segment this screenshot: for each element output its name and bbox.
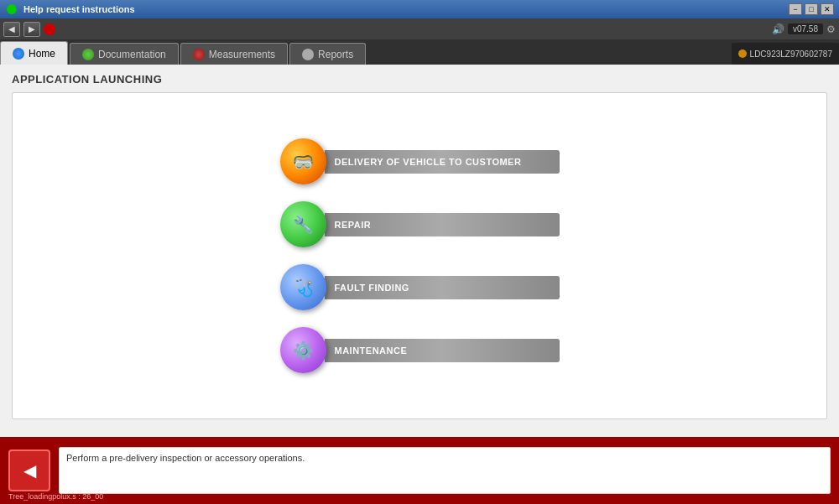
fault-icon-symbol: 🩺 <box>293 278 314 298</box>
tab-documentation[interactable]: Documentation <box>70 43 179 65</box>
minimize-button[interactable]: − <box>789 3 802 15</box>
launch-panel: 🥽 DELIVERY OF VEHICLE TO CUSTOMER 🔧 REPA… <box>12 92 827 419</box>
delivery-label: DELIVERY OF VEHICLE TO CUSTOMER <box>325 150 560 174</box>
close-button[interactable]: ✕ <box>821 3 834 15</box>
status-text: Perform a pre-delivery inspection or acc… <box>66 453 305 463</box>
back-toolbar-button[interactable]: ◀ <box>3 22 20 37</box>
home-tab-label: Home <box>29 48 55 60</box>
title-bar-controls: − □ ✕ <box>789 3 834 15</box>
vehicle-id-icon <box>738 49 747 58</box>
reports-tab-label: Reports <box>318 49 353 60</box>
app-window: Help request instructions − □ ✕ ◀ ▶ 🔊 v0… <box>0 0 839 504</box>
tab-home[interactable]: Home <box>0 41 68 65</box>
tab-reports[interactable]: Reports <box>289 43 366 65</box>
maintenance-icon: ⚙️ <box>280 327 326 373</box>
toolbar: ◀ ▶ 🔊 v07.58 ⚙ <box>0 18 839 39</box>
delivery-icon: 🥽 <box>280 138 326 184</box>
launch-item-maintenance[interactable]: ⚙️ MAINTENANCE <box>280 327 560 373</box>
launch-item-delivery[interactable]: 🥽 DELIVERY OF VEHICLE TO CUSTOMER <box>280 138 560 184</box>
toolbar-right: 🔊 v07.58 ⚙ <box>772 23 836 35</box>
delivery-icon-symbol: 🥽 <box>293 152 314 172</box>
vehicle-id-bar: LDC923LZ970602787 <box>732 43 839 65</box>
maintenance-label: MAINTENANCE <box>325 339 560 362</box>
tab-measurements[interactable]: Measurements <box>180 43 288 65</box>
app-icon <box>5 3 18 16</box>
measurements-tab-label: Measurements <box>209 49 275 60</box>
maximize-button[interactable]: □ <box>805 3 818 15</box>
bottom-bar: ◀ Perform a pre-delivery inspection or a… <box>0 437 839 504</box>
settings-icon: ⚙ <box>826 23 836 35</box>
main-content: APPLICATION LAUNCHING 🥽 DELIVERY OF VEHI… <box>0 65 839 437</box>
title-bar-text: Help request instructions <box>23 4 784 14</box>
file-label: Tree_loadingpolux.s : 26_00 <box>8 492 103 501</box>
measurements-tab-icon <box>193 49 205 60</box>
home-tab-icon <box>13 48 24 60</box>
documentation-tab-label: Documentation <box>98 49 166 60</box>
fault-label: FAULT FINDING <box>325 276 560 299</box>
forward-toolbar-button[interactable]: ▶ <box>23 22 40 37</box>
section-title: APPLICATION LAUNCHING <box>12 73 827 86</box>
vehicle-id-text: LDC923LZ970602787 <box>750 49 832 59</box>
repair-icon: 🔧 <box>280 201 326 247</box>
maintenance-icon-symbol: ⚙️ <box>293 340 314 361</box>
title-bar: Help request instructions − □ ✕ <box>0 0 839 18</box>
reports-tab-icon <box>302 49 314 60</box>
version-label: v07.58 <box>788 23 823 34</box>
nav-bar: Home Documentation Measurements Reports … <box>0 39 839 65</box>
status-indicator <box>44 23 55 35</box>
back-icon: ◀ <box>23 460 36 481</box>
back-button[interactable]: ◀ <box>8 449 50 491</box>
launch-item-repair[interactable]: 🔧 REPAIR <box>280 201 560 247</box>
launch-item-fault[interactable]: 🩺 FAULT FINDING <box>280 264 560 310</box>
status-text-box: Perform a pre-delivery inspection or acc… <box>59 447 831 494</box>
repair-label: REPAIR <box>325 213 560 236</box>
repair-icon-symbol: 🔧 <box>293 215 314 235</box>
documentation-tab-icon <box>82 49 94 60</box>
fault-icon: 🩺 <box>280 264 326 310</box>
speaker-icon: 🔊 <box>772 23 784 35</box>
